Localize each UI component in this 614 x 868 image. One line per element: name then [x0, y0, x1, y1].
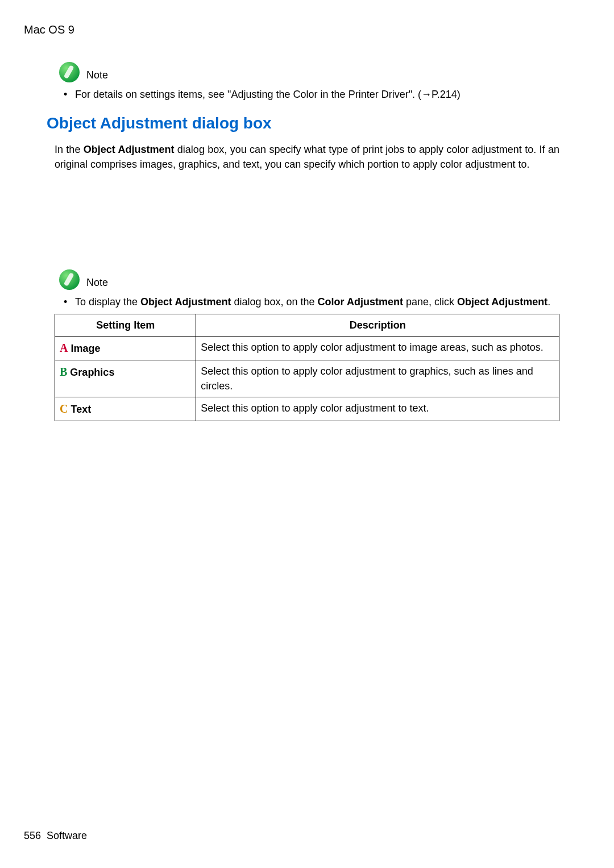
note-block-2: Note To display the Object Adjustment di…	[58, 268, 590, 309]
row-name: Graphics	[70, 367, 114, 378]
settings-table: Setting Item Description A Image Select …	[55, 314, 559, 421]
th-setting-item: Setting Item	[55, 314, 196, 336]
section-heading: Object Adjustment dialog box	[47, 112, 590, 135]
table-row: Setting Item Description	[55, 314, 559, 336]
table-row: A Image Select this option to apply colo…	[55, 337, 559, 360]
note1-link[interactable]: →P.214	[421, 89, 457, 100]
row-name: Text	[70, 404, 91, 415]
note-icon	[58, 61, 81, 84]
table-row: C Text Select this option to apply color…	[55, 397, 559, 421]
footer-page-number: 556	[24, 830, 41, 841]
cell-setting: C Text	[55, 397, 196, 421]
n2-t3: pane, click	[403, 296, 457, 308]
row-name: Image	[70, 343, 100, 354]
note1-text-suffix: )	[457, 89, 460, 100]
cell-desc: Select this option to apply color adjust…	[196, 337, 559, 360]
th-description: Description	[196, 314, 559, 336]
n2-t4: .	[547, 296, 550, 308]
note-icon	[58, 268, 81, 291]
row-letter: B	[60, 366, 67, 378]
note-block-1: Note For details on settings items, see …	[58, 61, 590, 102]
n2-b2: Color Adjustment	[318, 296, 403, 308]
n2-b3: Object Adjustment	[457, 296, 547, 308]
footer-section: Software	[47, 830, 87, 841]
section-paragraph: In the Object Adjustment dialog box, you…	[55, 142, 559, 172]
note-label: Note	[86, 68, 108, 84]
cell-desc: Select this option to apply color adjust…	[196, 397, 559, 421]
row-letter: C	[60, 402, 68, 415]
para-part-a: In the	[55, 144, 84, 155]
n2-t2: dialog box, on the	[231, 296, 317, 308]
note-label: Note	[86, 275, 108, 291]
page-header: Mac OS 9	[24, 22, 590, 38]
note2-bullet: To display the Object Adjustment dialog …	[58, 294, 590, 309]
para-part-b: Object Adjustment	[84, 144, 175, 155]
cell-desc: Select this option to apply color adjust…	[196, 360, 559, 397]
table-row: B Graphics Select this option to apply c…	[55, 360, 559, 397]
page-footer: 556 Software	[24, 828, 87, 843]
row-letter: A	[60, 342, 68, 354]
cell-setting: B Graphics	[55, 360, 196, 397]
n2-t1: To display the	[75, 296, 140, 308]
note1-bullet: For details on settings items, see "Adju…	[58, 87, 590, 102]
cell-setting: A Image	[55, 337, 196, 360]
figure-placeholder	[24, 172, 590, 268]
n2-b1: Object Adjustment	[140, 296, 231, 308]
note1-text-prefix: For details on settings items, see "Adju…	[75, 89, 421, 100]
